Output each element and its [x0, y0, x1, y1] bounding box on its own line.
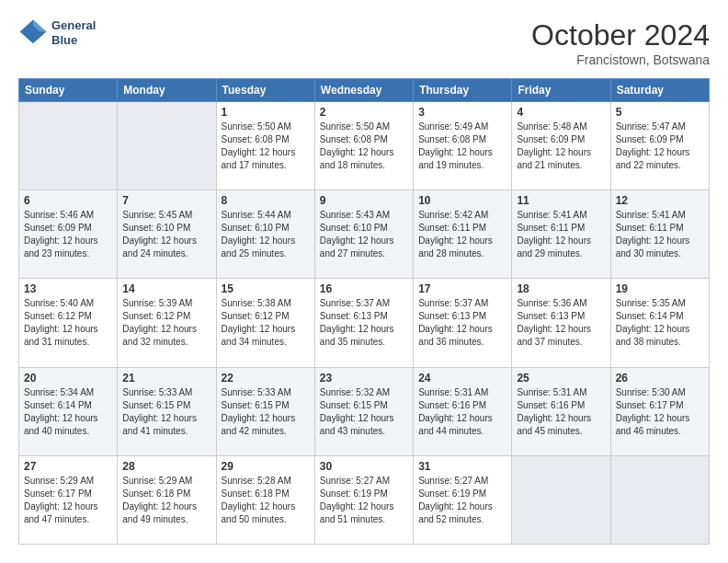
day-number: 21: [122, 372, 210, 385]
calendar-cell: 5Sunrise: 5:47 AM Sunset: 6:09 PM Daylig…: [610, 102, 709, 190]
calendar-cell: [19, 102, 118, 190]
day-info: Sunrise: 5:33 AM Sunset: 6:15 PM Dayligh…: [222, 386, 310, 438]
weekday-header: Sunday: [19, 79, 118, 102]
day-info: Sunrise: 5:31 AM Sunset: 6:16 PM Dayligh…: [517, 386, 605, 438]
day-number: 23: [320, 372, 408, 385]
day-info: Sunrise: 5:35 AM Sunset: 6:14 PM Dayligh…: [616, 297, 704, 349]
logo-icon: [18, 18, 48, 48]
calendar-cell: 4Sunrise: 5:48 AM Sunset: 6:09 PM Daylig…: [512, 102, 610, 190]
day-info: Sunrise: 5:28 AM Sunset: 6:18 PM Dayligh…: [222, 475, 310, 526]
calendar-cell: 6Sunrise: 5:46 AM Sunset: 6:09 PM Daylig…: [19, 190, 118, 279]
calendar-cell: 29Sunrise: 5:28 AM Sunset: 6:18 PM Dayli…: [216, 455, 314, 544]
calendar-header-row: SundayMondayTuesdayWednesdayThursdayFrid…: [19, 79, 710, 102]
day-info: Sunrise: 5:44 AM Sunset: 6:10 PM Dayligh…: [222, 209, 310, 260]
header: General Blue October 2024 Francistown, B…: [18, 18, 710, 67]
day-info: Sunrise: 5:48 AM Sunset: 6:09 PM Dayligh…: [517, 121, 605, 172]
day-info: Sunrise: 5:32 AM Sunset: 6:15 PM Dayligh…: [320, 386, 408, 438]
day-info: Sunrise: 5:45 AM Sunset: 6:10 PM Dayligh…: [122, 209, 210, 260]
calendar-cell: 23Sunrise: 5:32 AM Sunset: 6:15 PM Dayli…: [314, 367, 413, 455]
calendar-cell: 21Sunrise: 5:33 AM Sunset: 6:15 PM Dayli…: [118, 367, 216, 455]
calendar-table: SundayMondayTuesdayWednesdayThursdayFrid…: [18, 78, 710, 545]
day-number: 1: [222, 106, 310, 119]
calendar-cell: [118, 102, 216, 190]
weekday-header: Saturday: [610, 79, 709, 102]
calendar-cell: 12Sunrise: 5:41 AM Sunset: 6:11 PM Dayli…: [610, 190, 709, 279]
calendar-cell: 9Sunrise: 5:43 AM Sunset: 6:10 PM Daylig…: [314, 190, 413, 279]
day-number: 10: [418, 194, 506, 207]
calendar-cell: 26Sunrise: 5:30 AM Sunset: 6:17 PM Dayli…: [610, 367, 709, 455]
calendar-week-row: 1Sunrise: 5:50 AM Sunset: 6:08 PM Daylig…: [19, 102, 710, 190]
day-number: 17: [418, 282, 506, 295]
day-number: 15: [222, 282, 310, 295]
day-info: Sunrise: 5:41 AM Sunset: 6:11 PM Dayligh…: [517, 209, 605, 260]
day-info: Sunrise: 5:31 AM Sunset: 6:16 PM Dayligh…: [418, 386, 506, 438]
calendar-cell: 22Sunrise: 5:33 AM Sunset: 6:15 PM Dayli…: [216, 367, 314, 455]
calendar-cell: 18Sunrise: 5:36 AM Sunset: 6:13 PM Dayli…: [512, 279, 610, 367]
calendar-week-row: 27Sunrise: 5:29 AM Sunset: 6:17 PM Dayli…: [19, 455, 710, 544]
day-number: 28: [122, 460, 210, 473]
calendar-cell: 24Sunrise: 5:31 AM Sunset: 6:16 PM Dayli…: [414, 367, 512, 455]
calendar-cell: 27Sunrise: 5:29 AM Sunset: 6:17 PM Dayli…: [19, 455, 118, 544]
day-info: Sunrise: 5:30 AM Sunset: 6:17 PM Dayligh…: [616, 386, 704, 438]
calendar-cell: 11Sunrise: 5:41 AM Sunset: 6:11 PM Dayli…: [512, 190, 610, 279]
day-info: Sunrise: 5:33 AM Sunset: 6:15 PM Dayligh…: [122, 386, 210, 438]
calendar-cell: 3Sunrise: 5:49 AM Sunset: 6:08 PM Daylig…: [414, 102, 512, 190]
day-number: 22: [222, 372, 310, 385]
calendar-week-row: 6Sunrise: 5:46 AM Sunset: 6:09 PM Daylig…: [19, 190, 710, 279]
weekday-header: Wednesday: [314, 79, 413, 102]
day-number: 11: [517, 194, 605, 207]
calendar-cell: 31Sunrise: 5:27 AM Sunset: 6:19 PM Dayli…: [414, 455, 512, 544]
calendar-cell: 13Sunrise: 5:40 AM Sunset: 6:12 PM Dayli…: [19, 279, 118, 367]
day-info: Sunrise: 5:46 AM Sunset: 6:09 PM Dayligh…: [24, 209, 112, 260]
logo: General Blue: [18, 18, 96, 48]
day-number: 2: [320, 106, 408, 119]
calendar-cell: 25Sunrise: 5:31 AM Sunset: 6:16 PM Dayli…: [512, 367, 610, 455]
day-number: 16: [320, 282, 408, 295]
calendar-cell: 15Sunrise: 5:38 AM Sunset: 6:12 PM Dayli…: [216, 279, 314, 367]
day-info: Sunrise: 5:40 AM Sunset: 6:12 PM Dayligh…: [24, 297, 112, 349]
day-number: 3: [418, 106, 506, 119]
calendar-cell: 8Sunrise: 5:44 AM Sunset: 6:10 PM Daylig…: [216, 190, 314, 279]
day-number: 19: [616, 282, 704, 295]
calendar-cell: 7Sunrise: 5:45 AM Sunset: 6:10 PM Daylig…: [118, 190, 216, 279]
day-number: 18: [517, 282, 605, 295]
day-info: Sunrise: 5:42 AM Sunset: 6:11 PM Dayligh…: [418, 209, 506, 260]
day-info: Sunrise: 5:47 AM Sunset: 6:09 PM Dayligh…: [616, 121, 704, 172]
day-info: Sunrise: 5:37 AM Sunset: 6:13 PM Dayligh…: [320, 297, 408, 349]
calendar-cell: 14Sunrise: 5:39 AM Sunset: 6:12 PM Dayli…: [118, 279, 216, 367]
day-info: Sunrise: 5:27 AM Sunset: 6:19 PM Dayligh…: [320, 475, 408, 526]
calendar-cell: 16Sunrise: 5:37 AM Sunset: 6:13 PM Dayli…: [314, 279, 413, 367]
calendar-cell: [512, 455, 610, 544]
day-number: 7: [122, 194, 210, 207]
day-number: 9: [320, 194, 408, 207]
calendar-cell: 30Sunrise: 5:27 AM Sunset: 6:19 PM Dayli…: [314, 455, 413, 544]
calendar-cell: 19Sunrise: 5:35 AM Sunset: 6:14 PM Dayli…: [610, 279, 709, 367]
page: General Blue October 2024 Francistown, B…: [0, 0, 728, 563]
day-info: Sunrise: 5:43 AM Sunset: 6:10 PM Dayligh…: [320, 209, 408, 260]
day-number: 5: [616, 106, 704, 119]
day-info: Sunrise: 5:27 AM Sunset: 6:19 PM Dayligh…: [418, 475, 506, 526]
logo-line1: General: [51, 18, 96, 33]
calendar-cell: 28Sunrise: 5:29 AM Sunset: 6:18 PM Dayli…: [118, 455, 216, 544]
day-number: 6: [24, 194, 112, 207]
day-number: 26: [616, 372, 704, 385]
day-info: Sunrise: 5:50 AM Sunset: 6:08 PM Dayligh…: [222, 121, 310, 172]
title-block: October 2024 Francistown, Botswana: [531, 18, 710, 67]
day-number: 25: [517, 372, 605, 385]
weekday-header: Monday: [118, 79, 216, 102]
calendar-cell: 17Sunrise: 5:37 AM Sunset: 6:13 PM Dayli…: [414, 279, 512, 367]
day-number: 29: [222, 460, 310, 473]
day-info: Sunrise: 5:41 AM Sunset: 6:11 PM Dayligh…: [616, 209, 704, 260]
day-number: 13: [24, 282, 112, 295]
day-number: 14: [122, 282, 210, 295]
day-number: 20: [24, 372, 112, 385]
day-number: 8: [222, 194, 310, 207]
weekday-header: Thursday: [414, 79, 512, 102]
day-number: 4: [517, 106, 605, 119]
calendar-week-row: 13Sunrise: 5:40 AM Sunset: 6:12 PM Dayli…: [19, 279, 710, 367]
calendar-cell: 20Sunrise: 5:34 AM Sunset: 6:14 PM Dayli…: [19, 367, 118, 455]
day-info: Sunrise: 5:39 AM Sunset: 6:12 PM Dayligh…: [122, 297, 210, 349]
calendar-week-row: 20Sunrise: 5:34 AM Sunset: 6:14 PM Dayli…: [19, 367, 710, 455]
day-number: 31: [418, 460, 506, 473]
day-info: Sunrise: 5:38 AM Sunset: 6:12 PM Dayligh…: [222, 297, 310, 349]
